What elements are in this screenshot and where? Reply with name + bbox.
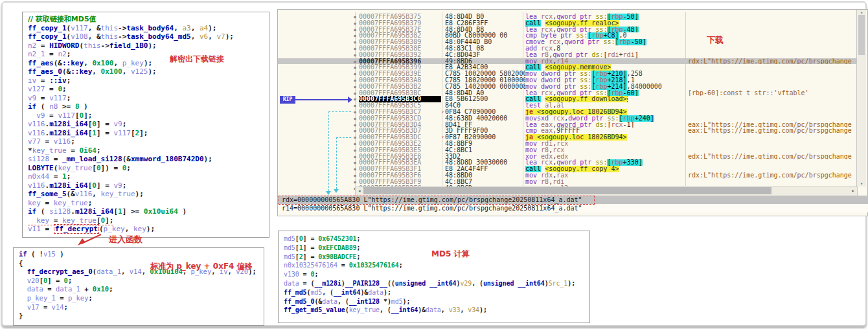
disasm-row[interactable]: ●00007FFFA695B3C584C0test al,al: [278, 102, 856, 109]
instruction-cell: movsxd rcx,dword ptr ss:[rbp+240]: [525, 115, 688, 122]
address-cell: 00007FFFA695B3E5: [359, 147, 441, 153]
comment-cell: [688, 109, 856, 115]
bytes-cell: C785 10020000 58020000: [445, 71, 525, 77]
address-cell: 00007FFFA695B396: [359, 58, 441, 65]
disasm-row[interactable]: ●00007FFFA695B379E8 C286F3FFcall <sogoup…: [278, 20, 856, 27]
enter-function-annotation: 进入函数: [109, 234, 143, 245]
instruction-cell: mov rdi,rcx: [525, 141, 688, 147]
bytes-cell: 48:0F444D B0: [445, 39, 525, 45]
rip-arrow-line: [295, 99, 350, 100]
address-cell: 00007FFFA695B389: [359, 39, 441, 45]
disasm-row[interactable]: ●00007FFFA695B39EC785 10020000 58020000m…: [278, 71, 856, 77]
disasm-row[interactable]: ●00007FFFA695B3B2C785 14020000 00000084m…: [278, 84, 856, 90]
disasm-row[interactable]: ●00007FFFA695B3E248:8BF9mov rdi,rcx: [278, 141, 856, 147]
comment-cell: eax:L"https://ime.gtimg.com/pc/brspgchan…: [688, 128, 856, 134]
scroll-right-icon[interactable]: ▸: [849, 187, 857, 194]
disasm-row[interactable]: ●00007FFFA695B3F1E8 2AC4F4FFcall <sogoup…: [278, 166, 856, 172]
breakpoint-dot-icon: ●: [351, 27, 359, 33]
comment-cell: [688, 20, 856, 27]
instruction-cell: mov dword ptr ss:[rbp+218],1: [525, 77, 688, 84]
address-cell: 00007FFFA695B39E: [359, 71, 441, 77]
disasm-row[interactable]: ●00007FFFA695B3E833D2xor edx,edxedx:L"ht…: [278, 153, 856, 160]
disasm-row[interactable]: ●00007FFFA695B3D48D41 FFlea eax,qword pt…: [278, 122, 856, 128]
bytes-cell: 3D FFFF9F00: [445, 128, 525, 134]
screenshot-frame: // 获取链接和MD5值ff_copy_1(v117, &this->task_…: [1, 1, 867, 326]
jump-line-ja: [336, 137, 351, 138]
comment-cell: rdx:L"https://ime.gtimg.com/pc/brspgchan…: [688, 172, 856, 179]
disasm-row[interactable]: ●00007FFFA695B38948:0F444D B0cmove rcx,q…: [278, 39, 856, 45]
disasm-row[interactable]: ●00007FFFA695B37548:8D4D B0lea rcx,qword…: [278, 14, 856, 20]
disasm-row[interactable]: ●00007FFFA695B3EA48:8D8D 30030000lea rcx…: [278, 159, 856, 166]
horizontal-scrollbar[interactable]: ◂ ▸: [355, 187, 858, 196]
disasm-row[interactable]: ●00007FFFA695B3BC48:8D4D A0lea rcx,qword…: [278, 90, 856, 96]
disasm-row[interactable]: ●00007FFFA695B3F94C:8BC7mov r8,rdi: [278, 179, 856, 185]
address-cell: 00007FFFA695B3F9: [359, 179, 441, 185]
row-gutter: [278, 159, 351, 166]
address-cell: 00007FFFA695B3C7: [359, 109, 441, 115]
vertical-scrollbar[interactable]: ▴ ▾: [856, 10, 866, 187]
code-line: md5[0] = 0x67452301;: [284, 234, 589, 244]
disasm-row[interactable]: ●00007FFFA695B3DC▿0F87 B2090000ja <sogou…: [278, 134, 856, 141]
disasm-row[interactable]: ●00007FFFA695B3A8C785 18020000 01000000m…: [278, 77, 856, 84]
disasm-row[interactable]: ●00007FFFA695B399E8 A2B34C00call <sogoup…: [278, 64, 856, 71]
row-gutter: [278, 147, 351, 153]
bytes-cell: 4C:8BC1: [445, 147, 525, 153]
row-gutter: [278, 90, 351, 96]
breakpoint-dot-icon: ●: [351, 20, 359, 27]
pseudocode-main-box: // 获取链接和MD5值ff_copy_1(v117, &this->task_…: [22, 12, 269, 238]
row-gutter: [278, 52, 351, 58]
vertical-scrollbar-thumb[interactable]: [858, 15, 865, 55]
scroll-up-icon[interactable]: ▴: [857, 10, 866, 15]
bytes-cell: C785 18020000 01000000: [445, 77, 525, 84]
code-line: if ( si128.m128i_i64[1] >= 0x10ui64 ): [28, 207, 269, 216]
row-gutter: [278, 185, 351, 192]
row-gutter: [278, 153, 351, 160]
scroll-down-icon[interactable]: ▾: [857, 181, 866, 187]
address-cell: 00007FFFA695B37E: [359, 27, 441, 33]
address-cell: 00007FFFA695B3DC: [359, 134, 441, 141]
disasm-row[interactable]: ●00007FFFA695B3D73D FFFF9F00cmp eax,9FFF…: [278, 128, 856, 134]
code-line: v20[0] = 0;: [19, 277, 264, 286]
disasm-row[interactable]: ●00007FFFA695B3C7▿0F84 C7090000je <sogou…: [278, 109, 856, 115]
disasm-row[interactable]: ●00007FFFA695B39649:8BD6mov rdx,r14rdx:L…: [278, 58, 856, 65]
horizontal-scrollbar-thumb[interactable]: [363, 187, 771, 194]
disasm-row[interactable]: ●00007FFFA695B38E48:83C1 08add rcx,8: [278, 45, 856, 52]
disasm-row[interactable]: ●00007FFFA695B3E54C:8BC1mov r8,rcx: [278, 147, 856, 153]
code-line: ff_some_5(&v116, key_true);: [28, 190, 269, 199]
instruction-cell: cmp byte ptr ss:[rbp+C8],0: [525, 32, 688, 39]
jump-line-ja: [336, 137, 337, 189]
jump-arrow-head-icon: [326, 191, 331, 195]
row-gutter: [278, 39, 351, 45]
address-cell: 00007FFFA695B382: [359, 32, 441, 39]
instruction-cell: mov dword ptr ss:[rbp+210],258: [525, 71, 688, 77]
disasm-row[interactable]: ●00007FFFA695B37E48:8D4D B8lea rcx,qword…: [278, 27, 856, 33]
comment-cell: [688, 147, 856, 153]
disasm-row[interactable]: ●00007FFFA695B3C0E8 5B612500call <sogoup…: [278, 96, 856, 102]
scroll-left-icon[interactable]: ◂: [356, 187, 363, 194]
code-line: v77 = v116;: [28, 137, 269, 146]
bytes-cell: 48:8D8D 30030000: [445, 159, 525, 166]
code-line: si128 = _mm_load_si128(&xmmword_180B742D…: [28, 155, 269, 164]
disasm-row[interactable]: ●00007FFFA695B38280BD C8000000 00cmp byt…: [278, 32, 856, 39]
breakpoint-dot-icon: ●: [351, 109, 359, 115]
row-gutter: [278, 115, 351, 122]
code-line: }: [19, 312, 264, 321]
address-cell: 00007FFFA695B3D7: [359, 128, 441, 134]
bytes-cell: E8 A2B34C00: [445, 64, 525, 71]
disasm-row[interactable]: ●00007FFFA695B3924C:8D043Flea r8,qword p…: [278, 52, 856, 58]
breakpoint-dot-icon: ●: [351, 14, 359, 20]
breakpoint-dot-icon: ●: [351, 147, 359, 153]
breakpoint-dot-icon: ●: [351, 90, 359, 96]
code-line: ff_aes(&::key, 0x100, p_key);: [28, 59, 269, 68]
code-line: data = data_1 + 0x10;: [19, 285, 264, 294]
breakpoint-dot-icon: ●: [351, 115, 359, 122]
breakpoint-dot-icon: ●: [351, 32, 359, 39]
bytes-cell: 48:83C1 08: [445, 45, 525, 52]
breakpoint-dot-icon: ●: [351, 84, 359, 90]
address-cell: 00007FFFA695B3C0: [359, 96, 441, 102]
disasm-row[interactable]: ●00007FFFA695B3CD48:638D 40020000movsxd …: [278, 115, 856, 122]
row-gutter: [278, 64, 351, 71]
breakpoint-dot-icon: ●: [351, 77, 359, 84]
disasm-row[interactable]: ●00007FFFA695B3F648:8BD0mov rdx,raxrdx:L…: [278, 172, 856, 179]
code-line: key = key_true[0];: [28, 216, 269, 225]
